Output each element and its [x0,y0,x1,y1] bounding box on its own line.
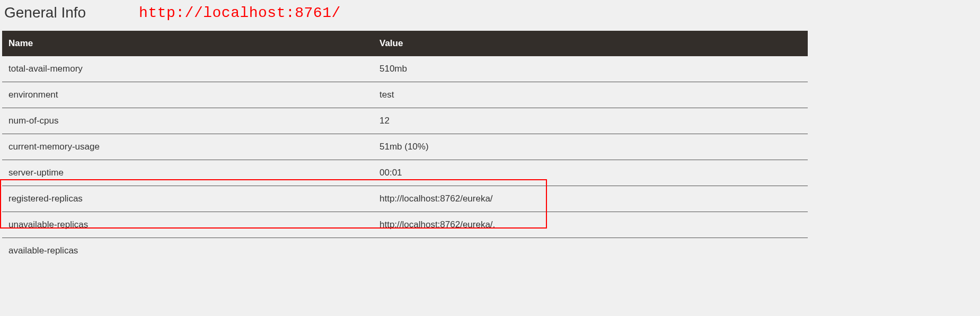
table-row: num-of-cpus 12 [2,108,808,134]
cell-value [373,238,808,264]
annotation-url: http://localhost:8761/ [139,5,341,21]
table-row: registered-replicas http://localhost:876… [2,186,808,212]
cell-value: http://localhost:8762/eureka/ [373,186,808,212]
table-header-row: Name Value [2,31,808,56]
cell-name: available-replicas [2,238,373,264]
cell-name: total-avail-memory [2,56,373,82]
table-row: available-replicas [2,238,808,264]
cell-value: 00:01 [373,160,808,186]
page-title: General Info [4,4,86,21]
cell-name: environment [2,82,373,108]
cell-name: server-uptime [2,160,373,186]
cell-value: 12 [373,108,808,134]
info-table-wrap: Name Value total-avail-memory 510mb envi… [0,31,980,264]
table-row: environment test [2,82,808,108]
table-row: current-memory-usage 51mb (10%) [2,134,808,160]
table-row: server-uptime 00:01 [2,160,808,186]
cell-value: test [373,82,808,108]
column-header-value: Value [373,31,808,56]
cell-name: unavailable-replicas [2,212,373,238]
general-info-table: Name Value total-avail-memory 510mb envi… [2,31,808,264]
cell-name: registered-replicas [2,186,373,212]
cell-value: http://localhost:8762/eureka/, [373,212,808,238]
cell-name: num-of-cpus [2,108,373,134]
column-header-name: Name [2,31,373,56]
table-row: unavailable-replicas http://localhost:87… [2,212,808,238]
cell-name: current-memory-usage [2,134,373,160]
table-row: total-avail-memory 510mb [2,56,808,82]
cell-value: 510mb [373,56,808,82]
cell-value: 51mb (10%) [373,134,808,160]
page-header: General Info http://localhost:8761/ [0,0,980,31]
